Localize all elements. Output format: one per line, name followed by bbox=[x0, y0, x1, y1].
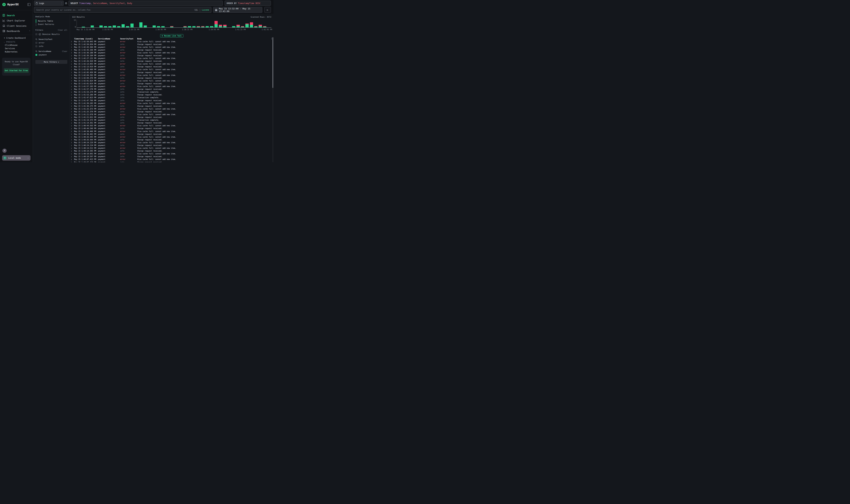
row-expand-chevron-icon[interactable]: ❯ bbox=[71, 116, 74, 118]
row-expand-chevron-icon[interactable]: ❯ bbox=[71, 139, 74, 141]
preset-item[interactable]: Clickhouse bbox=[0, 43, 33, 47]
order-by-input[interactable]: ORDER BY TimestampTime DESC bbox=[224, 1, 271, 6]
mode-results-table[interactable]: Results Table bbox=[36, 19, 67, 23]
histogram-bar[interactable] bbox=[267, 20, 271, 28]
run-query-button[interactable]: ▷ bbox=[265, 7, 271, 13]
histogram-bar[interactable] bbox=[161, 20, 165, 28]
table-row[interactable]: ❯ May 15 1:40:44.546 PM payment info Cha… bbox=[70, 127, 273, 130]
col-timestamp[interactable]: Timestamp (Local) bbox=[74, 38, 98, 40]
row-expand-chevron-icon[interactable]: ❯ bbox=[71, 69, 74, 70]
row-expand-chevron-icon[interactable]: ❯ bbox=[71, 133, 74, 135]
row-expand-chevron-icon[interactable]: ❯ bbox=[71, 153, 74, 155]
histogram-bar[interactable] bbox=[125, 20, 130, 28]
row-expand-chevron-icon[interactable]: ❯ bbox=[71, 91, 74, 93]
select-columns-input[interactable]: SELECT Timestamp, ServiceName, SeverityT… bbox=[69, 1, 223, 6]
lang-toggle-sql[interactable]: SQL bbox=[195, 9, 198, 11]
row-expand-chevron-icon[interactable]: ❯ bbox=[71, 113, 74, 115]
table-row[interactable]: ❯ May 15 1:42:05.450 PM payment info Cha… bbox=[70, 71, 273, 74]
histogram-bar[interactable] bbox=[165, 20, 169, 28]
table-row[interactable]: ❯ May 15 1:41:47.766 PM payment info Cha… bbox=[70, 99, 273, 102]
histogram-bar[interactable] bbox=[223, 20, 227, 28]
table-row[interactable]: ❯ May 15 1:41:14.373 PM payment info Tra… bbox=[70, 119, 273, 122]
histogram-bar[interactable] bbox=[240, 20, 245, 28]
checkbox-unchecked[interactable] bbox=[35, 46, 37, 47]
table-row[interactable]: ❯ May 15 1:42:36.188 PM payment error Vi… bbox=[70, 51, 273, 54]
row-expand-chevron-icon[interactable]: ❯ bbox=[71, 130, 74, 132]
row-expand-chevron-icon[interactable]: ❯ bbox=[71, 52, 74, 54]
date-range-picker[interactable]: May 15 13:32:00 - May 15 13:43:00 bbox=[213, 7, 262, 13]
row-expand-chevron-icon[interactable]: ❯ bbox=[71, 119, 74, 121]
table-row[interactable]: ❯ May 15 1:42:01.814 PM payment info Cha… bbox=[70, 82, 273, 85]
histogram-bar[interactable] bbox=[90, 20, 94, 28]
histogram-bar[interactable] bbox=[192, 20, 196, 28]
table-row[interactable]: ❯ May 15 1:42:04.392 PM payment error Vi… bbox=[70, 74, 273, 76]
row-expand-chevron-icon[interactable]: ❯ bbox=[71, 161, 74, 162]
histogram-bar[interactable] bbox=[156, 20, 161, 28]
table-row[interactable]: ❯ May 15 1:42:05.460 PM payment error Vi… bbox=[70, 68, 273, 71]
denoise-results-checkbox-row[interactable]: Denoise Results bbox=[35, 33, 67, 35]
checkbox-unchecked[interactable] bbox=[35, 42, 37, 44]
table-row[interactable]: ❯ May 15 1:40:38.466 PM payment error Vi… bbox=[70, 130, 273, 133]
table-row[interactable]: ❯ May 15 1:41:14.361 PM payment info Cha… bbox=[70, 122, 273, 124]
preset-item[interactable]: Services bbox=[0, 47, 33, 50]
table-row[interactable]: ❯ May 15 1:41:57.183 PM payment error Vi… bbox=[70, 85, 273, 88]
table-row[interactable]: ❯ May 15 1:41:25.370 PM payment info Cha… bbox=[70, 110, 273, 113]
histogram-bar[interactable] bbox=[178, 20, 183, 28]
histogram-bar[interactable] bbox=[94, 20, 99, 28]
histogram-bar[interactable] bbox=[116, 20, 121, 28]
table-row[interactable]: ❯ May 15 1:42:43.336 PM payment info Cha… bbox=[70, 49, 273, 51]
more-filters-button[interactable]: More filters▼ bbox=[35, 60, 67, 64]
lang-toggle-lucene[interactable]: Lucene bbox=[202, 9, 209, 11]
table-row[interactable]: ❯ May 15 1:41:53.260 PM payment info Cha… bbox=[70, 93, 273, 96]
row-expand-chevron-icon[interactable]: ❯ bbox=[71, 41, 74, 42]
get-started-button[interactable]: Get Started for Free bbox=[4, 68, 29, 73]
histogram-bar[interactable] bbox=[201, 20, 205, 28]
table-row[interactable]: ❯ May 15 1:40:10.597 PM payment info Cha… bbox=[70, 155, 273, 158]
histogram-bar[interactable] bbox=[245, 20, 249, 28]
histogram-bar[interactable] bbox=[143, 20, 147, 28]
histogram-bar[interactable] bbox=[77, 20, 81, 28]
table-row[interactable]: ❯ May 15 1:41:57.178 PM payment info Cha… bbox=[70, 88, 273, 91]
table-row[interactable]: ❯ May 15 1:40:26.445 PM payment error Vi… bbox=[70, 136, 273, 138]
preset-item[interactable]: Kubernetes bbox=[0, 50, 33, 54]
source-settings-gear-icon[interactable]: ⚙ bbox=[64, 2, 69, 5]
row-expand-chevron-icon[interactable]: ❯ bbox=[71, 86, 74, 87]
row-expand-chevron-icon[interactable]: ❯ bbox=[71, 57, 74, 59]
table-row[interactable]: ❯ May 15 1:40:10.601 PM payment error Vi… bbox=[70, 152, 273, 155]
histogram-bar[interactable] bbox=[183, 20, 187, 28]
mode-event-patterns[interactable]: Event Patterns bbox=[36, 23, 67, 26]
create-dashboard-button[interactable]: + Create Dashboard bbox=[0, 36, 33, 40]
table-row[interactable]: ❯ May 15 1:40:38.462 PM payment info Cha… bbox=[70, 133, 273, 136]
histogram-bar[interactable] bbox=[187, 20, 192, 28]
row-expand-chevron-icon[interactable]: ❯ bbox=[71, 63, 74, 65]
table-row[interactable]: ❯ May 15 1:41:25.373 PM payment error Vi… bbox=[70, 107, 273, 110]
row-expand-chevron-icon[interactable]: ❯ bbox=[71, 128, 74, 129]
sidebar-item-dashboards[interactable]: Dashboards ⌃ bbox=[0, 29, 33, 34]
row-expand-chevron-icon[interactable]: ❯ bbox=[71, 88, 74, 90]
table-row[interactable]: ❯ May 15 1:41:21.652 PM payment info Cha… bbox=[70, 116, 273, 119]
histogram-bar[interactable] bbox=[108, 20, 112, 28]
row-expand-chevron-icon[interactable]: ❯ bbox=[71, 60, 74, 62]
row-expand-chevron-icon[interactable]: ❯ bbox=[71, 105, 74, 107]
histogram-bar[interactable] bbox=[263, 20, 267, 28]
row-expand-chevron-icon[interactable]: ❯ bbox=[71, 102, 74, 104]
histogram-bar[interactable] bbox=[134, 20, 139, 28]
search-icon[interactable] bbox=[35, 38, 37, 40]
histogram-bar[interactable] bbox=[147, 20, 152, 28]
table-row[interactable]: ❯ May 15 1:42:01.824 PM payment error Vi… bbox=[70, 79, 273, 82]
row-expand-chevron-icon[interactable]: ❯ bbox=[71, 83, 74, 85]
row-expand-chevron-icon[interactable]: ❯ bbox=[71, 94, 74, 96]
histogram-plot[interactable] bbox=[76, 20, 271, 28]
table-row[interactable]: ❯ May 15 1:40:44.563 PM payment error Vi… bbox=[70, 124, 273, 127]
table-row[interactable]: ❯ May 15 1:40:24.214 PM payment info Cha… bbox=[70, 144, 273, 147]
table-row[interactable]: ❯ May 15 1:41:47.823 PM payment info Tra… bbox=[70, 96, 273, 99]
row-expand-chevron-icon[interactable]: ❯ bbox=[71, 108, 74, 110]
table-row[interactable]: ❯ May 15 1:42:36.184 PM payment info Cha… bbox=[70, 54, 273, 57]
row-expand-chevron-icon[interactable]: ❯ bbox=[71, 147, 74, 149]
row-expand-chevron-icon[interactable]: ❯ bbox=[71, 97, 74, 98]
histogram-bar[interactable] bbox=[218, 20, 223, 28]
row-expand-chevron-icon[interactable]: ❯ bbox=[71, 136, 74, 138]
row-expand-chevron-icon[interactable]: ❯ bbox=[71, 156, 74, 158]
histogram-bar[interactable] bbox=[174, 20, 178, 28]
row-expand-chevron-icon[interactable]: ❯ bbox=[71, 142, 74, 143]
